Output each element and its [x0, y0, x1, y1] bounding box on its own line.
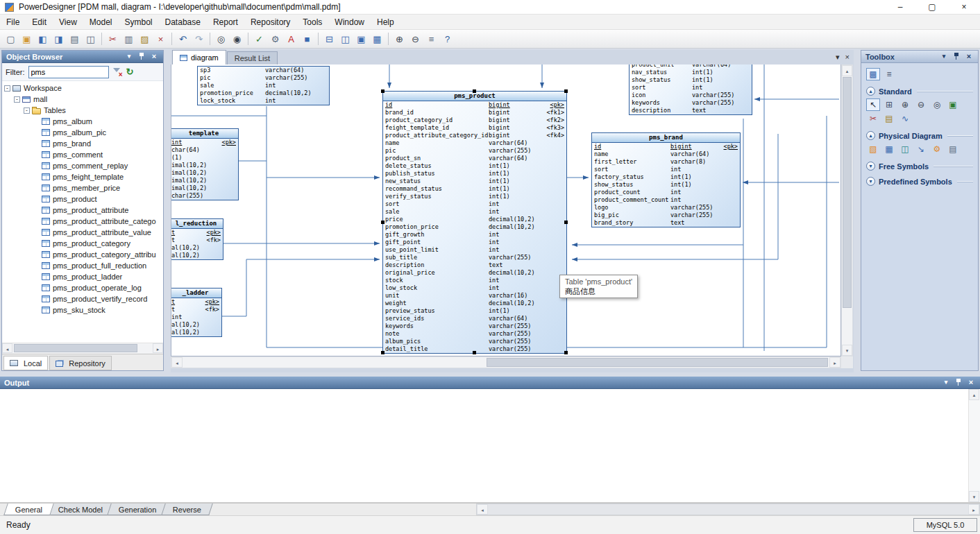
tree-item-pms-product-attribute-catego[interactable]: pms_product_attribute_catego: [2, 216, 163, 227]
zoom-out-button[interactable]: ⊖: [407, 31, 423, 46]
find-button[interactable]: ◎: [213, 31, 229, 46]
view-tool-button[interactable]: ◫: [898, 143, 912, 155]
replace-button[interactable]: ◉: [229, 31, 245, 46]
procedure-button[interactable]: ⚙: [930, 143, 944, 155]
generate-database-button[interactable]: ⚙: [267, 31, 283, 46]
tile-vertical-button[interactable]: ◫: [337, 31, 353, 46]
selection-handle[interactable]: [473, 351, 476, 354]
open-button[interactable]: ▣: [19, 31, 35, 46]
section-chevron-icon[interactable]: ▴: [866, 87, 875, 96]
menu-symbol[interactable]: Symbol: [119, 15, 159, 29]
selection-handle[interactable]: [564, 221, 568, 224]
expander-icon[interactable]: [4, 85, 10, 92]
save-all-button[interactable]: ◨: [51, 31, 67, 46]
entity-pms-product[interactable]: pms_productidbigint<pk>brand_idbigint<fk…: [382, 91, 567, 354]
tree-item-pms-product-category-attribu[interactable]: pms_product_category_attribu: [2, 249, 163, 260]
output-tab-check-model[interactable]: Check Model: [47, 503, 115, 515]
delete-button[interactable]: ×: [153, 31, 169, 46]
font-color-button[interactable]: A: [283, 31, 299, 46]
tree-item-pms-album-pic[interactable]: pms_album_pic: [2, 127, 163, 138]
pin-icon[interactable]: [137, 52, 146, 61]
grid-view-button[interactable]: ▦: [369, 31, 385, 46]
refresh-icon[interactable]: [126, 67, 134, 77]
tab-list-icon[interactable]: [836, 52, 840, 62]
undo-button[interactable]: ↶: [175, 31, 191, 46]
expander-icon[interactable]: [24, 107, 30, 114]
scroll-thumb[interactable]: [843, 77, 852, 308]
scroll-right-button[interactable]: [968, 504, 979, 515]
menu-file[interactable]: File: [0, 15, 26, 29]
entity-pms-product-full-reduction-partial[interactable]: l_reductiont<pk>t<fk>al(10,2)al(10,2): [171, 218, 223, 260]
document-tab-diagram[interactable]: diagram: [172, 50, 226, 64]
entity-pms-sku-stock-partial[interactable]: sp3varchar(64)picvarchar(255)saleintprom…: [197, 66, 330, 105]
tree-item-workspace[interactable]: Workspace: [2, 83, 163, 94]
open-diagram-button[interactable]: ▣: [946, 98, 960, 111]
entity-pms-brand[interactable]: pms_brandidbigint<pk>namevarchar(64)firs…: [591, 132, 741, 227]
table-tool-button[interactable]: ▦: [882, 143, 896, 155]
menu-help[interactable]: Help: [371, 15, 400, 29]
toolbox-section-header[interactable]: ▴Physical Diagram: [866, 131, 973, 140]
close-view-icon[interactable]: [845, 52, 850, 62]
section-chevron-icon[interactable]: ▴: [866, 131, 875, 140]
menu-report[interactable]: Report: [207, 15, 244, 29]
tree-item-pms-brand[interactable]: pms_brand: [2, 138, 163, 149]
minimize-button[interactable]: –: [884, 0, 916, 14]
entity-pms-feight-template-partial[interactable]: templateint<pk>char(64)(1)imal(10,2)imal…: [171, 128, 239, 200]
scroll-thumb[interactable]: [14, 344, 137, 352]
cascade-button[interactable]: ▣: [353, 31, 369, 46]
help-button[interactable]: ?: [439, 31, 455, 46]
zoom-out-tool-button[interactable]: ⊖: [914, 98, 928, 111]
toolbox-section-header[interactable]: ▴Standard: [866, 87, 973, 96]
toolbox-section-header[interactable]: ▾Predefined Symbols: [866, 177, 973, 186]
canvas-hscrollbar[interactable]: [171, 356, 841, 368]
tree-item-pms-product-full-reduction[interactable]: pms_product_full_reduction: [2, 260, 163, 271]
print-preview-button[interactable]: ◫: [83, 31, 99, 46]
browser-hscrollbar[interactable]: [2, 343, 163, 354]
entity-pms-product-category-partial[interactable]: product_unitvarchar(64)nav_statusint(1)s…: [629, 64, 752, 115]
scroll-left-button[interactable]: [171, 357, 183, 368]
tree-item-pms-member-price[interactable]: pms_member_price: [2, 182, 163, 193]
clear-filter-icon[interactable]: [112, 67, 123, 77]
print-button[interactable]: ▤: [67, 31, 83, 46]
menu-repository[interactable]: Repository: [244, 15, 296, 29]
scroll-right-button[interactable]: [153, 343, 163, 353]
paste-button[interactable]: ▨: [137, 31, 153, 46]
tree-item-pms-product-attribute[interactable]: pms_product_attribute: [2, 205, 163, 216]
menu-view[interactable]: View: [53, 15, 83, 29]
zoom-window-button[interactable]: ◎: [930, 98, 944, 111]
close-icon[interactable]: [966, 378, 976, 387]
tile-horizontal-button[interactable]: ⊟: [321, 31, 337, 46]
reference-tool-button[interactable]: ↘: [914, 143, 928, 155]
properties-button[interactable]: ≡: [423, 31, 439, 46]
scroll-thumb[interactable]: [487, 358, 828, 367]
tree-item-pms-product[interactable]: pms_product: [2, 193, 163, 205]
scroll-down-button[interactable]: [969, 491, 979, 502]
maximize-button[interactable]: ▢: [916, 0, 948, 14]
section-chevron-icon[interactable]: ▾: [866, 162, 875, 171]
menu-tools[interactable]: Tools: [296, 15, 328, 29]
pin-icon[interactable]: [952, 52, 961, 61]
zoom-in-tool-button[interactable]: ⊕: [898, 98, 912, 111]
new-button[interactable]: ▢: [3, 31, 19, 46]
selection-handle[interactable]: [564, 351, 568, 354]
link-button[interactable]: ∿: [898, 112, 912, 125]
section-chevron-icon[interactable]: ▾: [866, 177, 875, 186]
delete-tool-button[interactable]: ✂: [866, 112, 880, 125]
database-indicator[interactable]: MySQL 5.0: [913, 518, 977, 532]
canvas-vscrollbar[interactable]: [841, 64, 853, 356]
filter-input[interactable]: [28, 66, 109, 78]
tree-item-pms-comment-replay[interactable]: pms_comment_replay: [2, 160, 163, 171]
tree-item-pms-product-vertify-record[interactable]: pms_product_vertify_record: [2, 293, 163, 304]
package-button[interactable]: ▧: [866, 143, 880, 155]
browser-tab-repository[interactable]: Repository: [49, 356, 112, 370]
tree-item-pms-sku-stock[interactable]: pms_sku_stock: [2, 304, 163, 316]
copy-button[interactable]: ▥: [121, 31, 137, 46]
chevron-down-icon[interactable]: [941, 378, 951, 387]
output-hscrollbar[interactable]: [476, 503, 980, 515]
redo-button[interactable]: ↷: [191, 31, 207, 46]
output-vscrollbar[interactable]: [968, 389, 980, 502]
document-tab-result-list[interactable]: Result List: [227, 51, 278, 64]
pin-icon[interactable]: [954, 378, 963, 387]
close-button[interactable]: ×: [948, 0, 980, 14]
grabber-button[interactable]: ⊞: [882, 98, 896, 111]
